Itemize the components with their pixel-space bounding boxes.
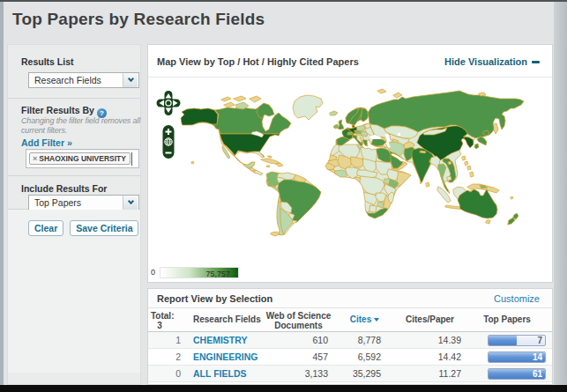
region-hispaniola[interactable] xyxy=(276,163,283,166)
region-arctic-island-1[interactable] xyxy=(224,102,235,107)
top-papers-cell: 61 xyxy=(462,368,552,380)
field-link-engineering[interactable]: ENGINEERING xyxy=(193,351,258,362)
region-greenland[interactable] xyxy=(293,95,323,120)
region-baffin-island[interactable] xyxy=(257,103,274,118)
region-novaya-zemlya[interactable] xyxy=(393,92,402,98)
row-index: 0 xyxy=(148,368,186,379)
region-ellesmere-island[interactable] xyxy=(250,96,261,102)
region-cuba[interactable] xyxy=(261,159,280,164)
save-criteria-button[interactable]: Save Criteria xyxy=(70,220,138,236)
top-papers-value: 14 xyxy=(533,352,542,363)
add-filter-link[interactable]: Add Filter » xyxy=(21,137,72,148)
clear-button[interactable]: Clear xyxy=(28,220,63,236)
window-left-edge xyxy=(0,2,4,385)
include-results-select[interactable]: Top Papers xyxy=(28,195,139,211)
region-hainan[interactable] xyxy=(448,161,451,165)
world-map[interactable]: 0 75,757 xyxy=(148,78,552,282)
field-link-all-fields[interactable]: ALL FIELDS xyxy=(193,368,246,379)
region-finland[interactable] xyxy=(361,108,369,122)
column-header-cites-per-paper[interactable]: Cites/Paper xyxy=(398,308,462,331)
region-cambodia[interactable] xyxy=(447,176,451,181)
region-switzerland[interactable] xyxy=(347,132,353,135)
include-results-label: Include Results For xyxy=(21,183,107,194)
region-hawaii[interactable] xyxy=(191,161,194,164)
zoom-control[interactable] xyxy=(163,125,175,159)
table-row: 2 ENGINEERING 457 6,592 14.42 14 xyxy=(148,349,552,366)
region-tierra-del-fuego[interactable] xyxy=(271,232,280,236)
report-card: Report View by Selection Customize Total… xyxy=(147,288,553,385)
sort-desc-icon xyxy=(374,318,379,322)
region-svalbard[interactable] xyxy=(377,89,386,93)
region-philippines-visayas[interactable] xyxy=(467,166,471,170)
map-view-header: Map View by Top / Hot / Highly Cited Pap… xyxy=(148,45,552,78)
top-papers-bar: 7 xyxy=(488,335,546,346)
region-botswana[interactable] xyxy=(369,205,377,212)
app-window: Top Papers by Research Fields Results Li… xyxy=(0,0,567,392)
column-header-top-papers[interactable]: Top Papers xyxy=(462,308,552,331)
field-link-chemistry[interactable]: CHEMISTRY xyxy=(193,335,247,345)
include-results-section: Include Results For Top Papers xyxy=(8,176,140,210)
region-japan-kyushu[interactable] xyxy=(474,144,479,149)
region-sumatra[interactable] xyxy=(437,187,451,203)
chevron-down-icon[interactable] xyxy=(123,73,138,87)
total-header: Total:3 xyxy=(148,308,186,331)
region-new-zealand-south[interactable] xyxy=(508,218,515,225)
region-jamaica[interactable] xyxy=(266,166,270,167)
hide-visualization-link[interactable]: Hide Visualization xyxy=(444,56,540,67)
field-link: ALL FIELDS xyxy=(186,368,265,379)
row-index: 2 xyxy=(148,351,186,362)
region-uk[interactable] xyxy=(338,120,344,129)
region-colombia[interactable] xyxy=(265,171,279,187)
filter-tag-text: SHAOXING UNIVERSITY xyxy=(39,154,126,163)
top-papers-bar: 61 xyxy=(488,368,546,380)
results-list-select[interactable]: Research Fields xyxy=(28,72,139,88)
region-taiwan[interactable] xyxy=(462,156,466,160)
region-arctic-island-3[interactable] xyxy=(221,97,231,101)
region-arctic-island-2[interactable] xyxy=(234,96,246,101)
wos-header-line1: Web of Science xyxy=(266,311,332,321)
report-title: Report View by Selection xyxy=(157,293,272,304)
filter-label-text: Filter Results By xyxy=(21,105,94,115)
region-fiji[interactable] xyxy=(511,196,513,199)
legend-min-label: 0 xyxy=(151,268,155,277)
column-header-wos-documents[interactable]: Web of ScienceDocuments xyxy=(265,308,332,331)
region-sri-lanka[interactable] xyxy=(426,182,429,187)
region-bahamas[interactable] xyxy=(268,156,272,158)
column-header-cites[interactable]: Cites xyxy=(332,308,398,331)
top-papers-value: 61 xyxy=(533,369,542,380)
region-severnaya-zemlya[interactable] xyxy=(479,92,486,96)
pan-control[interactable] xyxy=(157,91,181,115)
window-top-edge xyxy=(0,0,567,2)
window-bottom-edge xyxy=(0,385,567,392)
customize-link[interactable]: Customize xyxy=(494,293,540,304)
region-somalia[interactable] xyxy=(397,172,412,187)
page-title: Top Papers by Research Fields xyxy=(12,10,265,29)
cites-value: 35,295 xyxy=(332,368,398,379)
cites-header-label: Cites xyxy=(350,314,371,324)
region-uganda[interactable] xyxy=(384,179,390,184)
column-header-research-fields[interactable]: Research Fields xyxy=(186,308,265,331)
top-papers-bar: 14 xyxy=(488,351,546,363)
filter-section: Filter Results By? Changing the filter f… xyxy=(8,99,140,176)
filter-input[interactable]: ×SHAOXING UNIVERSITY xyxy=(26,149,139,168)
region-tasmania[interactable] xyxy=(486,220,490,224)
field-link: CHEMISTRY xyxy=(186,335,265,345)
region-philippines-luzon[interactable] xyxy=(465,161,468,166)
row-index: 1 xyxy=(148,335,186,345)
wos-documents-value: 610 xyxy=(265,335,332,345)
scrollbar[interactable] xyxy=(554,2,567,385)
region-sakhalin[interactable] xyxy=(494,123,498,134)
wos-documents-value: 3,133 xyxy=(265,368,332,379)
region-japan-honshu[interactable] xyxy=(477,137,487,145)
table-header-row: Total:3 Research Fields Web of ScienceDo… xyxy=(148,308,552,332)
filter-tag[interactable]: ×SHAOXING UNIVERSITY xyxy=(29,152,131,165)
field-link: ENGINEERING xyxy=(186,351,265,362)
top-papers-cell: 14 xyxy=(462,351,552,363)
region-philippines-mindanao[interactable] xyxy=(470,172,474,177)
region-ireland[interactable] xyxy=(333,124,339,129)
cites-per-paper-value: 14.42 xyxy=(398,351,462,362)
region-iceland[interactable] xyxy=(330,111,338,115)
chevron-down-icon[interactable] xyxy=(123,196,138,210)
cites-per-paper-value: 14.39 xyxy=(398,335,462,345)
remove-tag-icon[interactable]: × xyxy=(33,154,37,163)
